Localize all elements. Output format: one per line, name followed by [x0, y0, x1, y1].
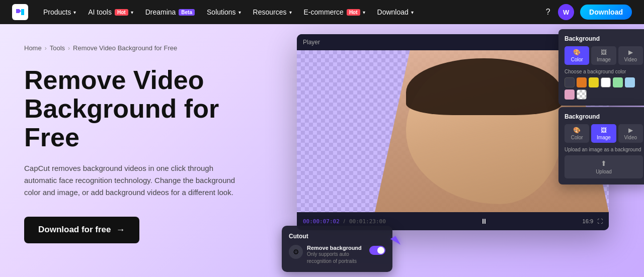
nav-download[interactable]: Download ▾ — [372, 5, 419, 19]
main-content: Home › Tools › Remove Video Background f… — [0, 24, 644, 277]
breadcrumb-separator: › — [45, 45, 47, 52]
swatch-transparent[interactable] — [577, 89, 587, 100]
breadcrumb-separator-2: › — [68, 45, 70, 52]
hot-badge: Hot — [115, 9, 128, 16]
bg-panel-title: Background — [565, 35, 643, 42]
chevron-down-icon: ▾ — [289, 10, 292, 15]
chevron-down-icon: ▾ — [238, 10, 241, 15]
breadcrumb-current: Remove Video Background for Free — [73, 44, 177, 52]
breadcrumb-tools[interactable]: Tools — [50, 44, 65, 52]
swatch-pink[interactable] — [565, 89, 575, 100]
avatar[interactable]: W — [558, 4, 574, 20]
nav-products[interactable]: Products ▾ — [38, 5, 81, 19]
download-free-button[interactable]: Download for free → — [24, 217, 139, 243]
toggle-dot — [377, 247, 384, 254]
nav-resources[interactable]: Resources ▾ — [248, 5, 297, 19]
nav-ecommerce[interactable]: E-commerce Hot ▾ — [299, 5, 370, 19]
swatch-blue[interactable] — [625, 77, 635, 87]
image-section-label: Upload an image as a background — [565, 147, 643, 152]
cutout-label: Remove background — [307, 245, 365, 251]
hero-title: Remove Video Background for Free — [24, 66, 258, 152]
upload-button[interactable]: ⬆ Upload — [565, 155, 643, 178]
help-button[interactable]: ? — [540, 4, 556, 20]
navbar: Products ▾ AI tools Hot ▾ Dreamina Beta … — [0, 0, 644, 24]
time-total: 00:01:23:00 — [349, 218, 386, 225]
beta-badge: Beta — [179, 9, 195, 16]
color-swatches — [565, 77, 643, 100]
hero-description: CapCut removes background videos in one … — [24, 162, 246, 199]
image-icon: 🖼 — [601, 49, 607, 56]
arrow-icon: → — [116, 225, 125, 235]
video-icon: ▶ — [628, 49, 633, 56]
time-current: 00:00:07:02 — [303, 218, 340, 225]
chevron-down-icon: ▾ — [73, 10, 76, 15]
image-icon-2: 🖼 — [601, 127, 607, 134]
nav-ai-tools[interactable]: AI tools Hot ▾ — [83, 5, 138, 19]
tab-image[interactable]: 🖼 Image — [591, 46, 616, 65]
nav-dreamina[interactable]: Dreamina Beta — [140, 5, 200, 19]
logo[interactable] — [12, 4, 28, 20]
cutout-title: Cutout — [289, 233, 385, 240]
upload-icon: ⬆ — [601, 159, 607, 167]
swatch-green[interactable] — [613, 77, 623, 87]
chevron-down-icon: ▾ — [363, 10, 365, 15]
hot-badge-ecommerce: Hot — [347, 9, 360, 16]
chevron-down-icon: ▾ — [411, 10, 414, 15]
bg-panel-tabs: 🎨 Color 🖼 Image ▶ Video — [565, 46, 643, 65]
bg-panel-image-title: Background — [565, 113, 643, 120]
color-section-label: Choose a background color — [565, 69, 643, 74]
bg-panel-image-tabs: 🎨 Color 🖼 Image ▶ Video — [565, 124, 643, 143]
background-panel-image: Background 🎨 Color 🖼 Image ▶ Video Uploa… — [558, 107, 644, 184]
tab-image-2[interactable]: 🖼 Image — [591, 124, 616, 143]
color-icon: 🎨 — [573, 49, 581, 56]
cutout-icon: ⚙ — [289, 245, 303, 259]
left-panel: Home › Tools › Remove Video Background f… — [0, 24, 282, 277]
swatch-dark[interactable] — [565, 77, 575, 87]
chevron-down-icon: ▾ — [131, 10, 133, 15]
swatch-yellow[interactable] — [589, 77, 599, 87]
right-panel: Player 00:00:07:02 / 00:01:23:00 ⏸ 16:9 — [282, 24, 644, 277]
tab-video[interactable]: ▶ Video — [618, 46, 643, 65]
nav-download-cta-button[interactable]: Download — [580, 5, 632, 20]
player-label: Player — [303, 39, 320, 46]
tab-video-2[interactable]: ▶ Video — [618, 124, 643, 143]
tab-color[interactable]: 🎨 Color — [565, 46, 589, 65]
play-button-icon[interactable]: ⏸ — [480, 217, 488, 225]
swatch-white[interactable] — [601, 77, 611, 87]
background-panel-color: Background 🎨 Color 🖼 Image ▶ Video Choos… — [558, 29, 644, 106]
cutout-text: Remove background Only supports auto rec… — [307, 245, 365, 265]
tab-color-2[interactable]: 🎨 Color — [565, 124, 589, 143]
cutout-sublabel: Only supports auto recognition of portra… — [307, 251, 365, 265]
toggle-switch[interactable] — [369, 246, 385, 255]
breadcrumb: Home › Tools › Remove Video Background f… — [24, 44, 258, 52]
nav-solutions[interactable]: Solutions ▾ — [202, 5, 246, 19]
time-separator: / — [344, 218, 345, 224]
color-icon-2: 🎨 — [573, 127, 581, 134]
ratio-badge: 16:9 — [583, 218, 593, 224]
breadcrumb-home[interactable]: Home — [24, 44, 42, 52]
cutout-panel: Cutout ⚙ Remove background Only supports… — [282, 226, 392, 272]
fullscreen-icon[interactable]: ⛶ — [597, 218, 603, 224]
cutout-row: ⚙ Remove background Only supports auto r… — [289, 245, 385, 265]
video-icon-2: ▶ — [628, 127, 633, 134]
swatch-orange[interactable] — [577, 77, 587, 87]
